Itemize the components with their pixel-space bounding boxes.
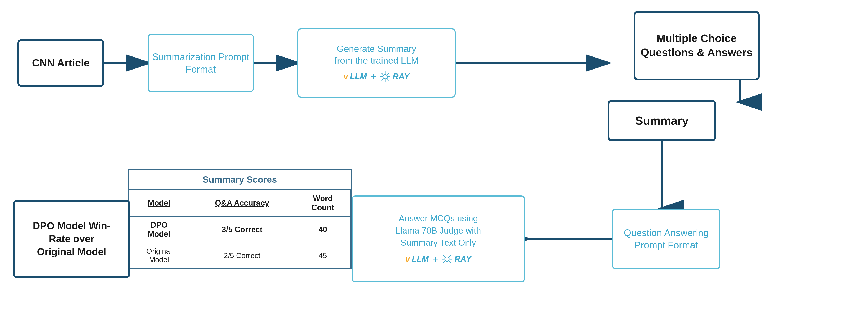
table-row: OriginalModel 2/5 Correct 45 — [129, 243, 351, 268]
dpo-model-label: DPO Model Win-Rate overOriginal Model — [33, 220, 110, 258]
dpo-model-box: DPO Model Win-Rate overOriginal Model — [13, 200, 130, 278]
svg-point-21 — [445, 257, 449, 261]
summary-label: Summary — [635, 113, 688, 128]
generate-summary-label: Generate Summaryfrom the trained LLM — [334, 43, 418, 67]
row-dpo-words: 40 — [295, 216, 351, 243]
multiple-choice-label: Multiple ChoiceQuestions & Answers — [641, 31, 752, 60]
ray-icon-2 — [441, 254, 453, 265]
svg-line-26 — [443, 255, 445, 257]
row-orig-model: OriginalModel — [129, 243, 189, 268]
table-title: Summary Scores — [129, 170, 351, 190]
row-orig-accuracy: 2/5 Correct — [189, 243, 295, 268]
answer-llm-ray: vLLM + RAY — [405, 253, 471, 266]
score-table: Summary Scores Model Q&A Accuracy WordCo… — [128, 169, 351, 269]
col-accuracy: Q&A Accuracy — [189, 190, 295, 216]
answer-mcqs-box: Answer MCQs usingLlama 70B Judge withSum… — [351, 196, 525, 282]
svg-line-18 — [387, 79, 389, 80]
scores-table-grid: Model Q&A Accuracy WordCount DPOModel 3/… — [129, 190, 351, 268]
question-answering-label: Question AnsweringPrompt Format — [624, 227, 709, 251]
col-word-count: WordCount — [295, 190, 351, 216]
diagram: CNN Article Summarization Prompt Format … — [0, 0, 868, 318]
row-orig-words: 45 — [295, 243, 351, 268]
generate-llm-ray: vLLM + RAY — [343, 70, 409, 83]
col-model: Model — [129, 190, 189, 216]
cnn-article-label: CNN Article — [32, 56, 90, 70]
question-answering-box: Question AnsweringPrompt Format — [612, 208, 720, 269]
svg-line-28 — [449, 255, 451, 257]
svg-line-20 — [381, 79, 383, 80]
svg-line-27 — [449, 261, 451, 263]
ray-icon — [379, 71, 391, 82]
svg-line-19 — [387, 73, 389, 75]
answer-mcqs-label: Answer MCQs usingLlama 70B Judge withSum… — [396, 212, 481, 249]
multiple-choice-box: Multiple ChoiceQuestions & Answers — [633, 11, 760, 80]
cnn-article-box: CNN Article — [18, 39, 104, 87]
svg-line-29 — [443, 261, 445, 263]
svg-point-12 — [383, 75, 388, 79]
summarization-prompt-box: Summarization Prompt Format — [148, 34, 254, 92]
row-dpo-model: DPOModel — [129, 216, 189, 243]
summarization-prompt-label: Summarization Prompt Format — [149, 51, 253, 76]
summary-box: Summary — [608, 100, 716, 141]
table-row: DPOModel 3/5 Correct 40 — [129, 216, 351, 243]
row-dpo-accuracy: 3/5 Correct — [189, 216, 295, 243]
svg-line-17 — [381, 73, 383, 75]
generate-summary-box: Generate Summaryfrom the trained LLM vLL… — [297, 28, 456, 98]
